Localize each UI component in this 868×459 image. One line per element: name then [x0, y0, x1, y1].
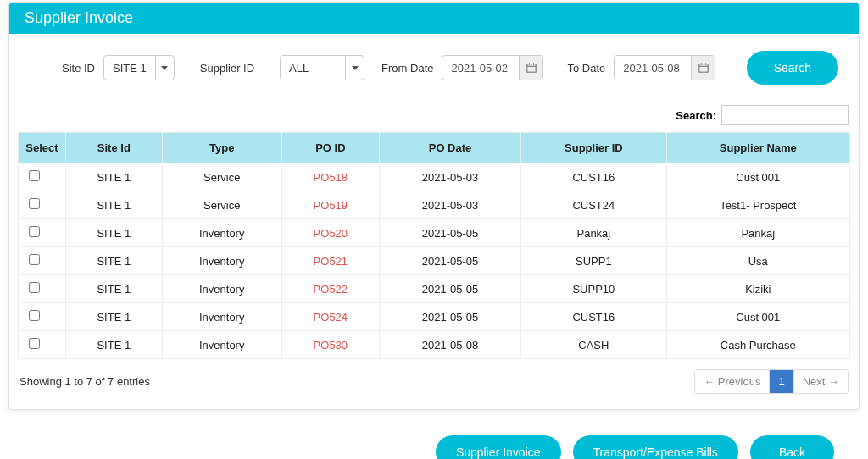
site-id-label: Site ID [62, 62, 95, 75]
chevron-down-icon[interactable] [345, 56, 364, 80]
cell-po-date: 2021-05-03 [379, 191, 520, 219]
cell-supplier-id: SUPP10 [521, 275, 666, 303]
row-select-checkbox[interactable] [29, 310, 40, 321]
cell-site-id: SITE 1 [66, 303, 163, 331]
cell-site-id: SITE 1 [66, 275, 163, 303]
table-search-row: Search: [9, 97, 859, 132]
cell-type: Inventory [162, 275, 281, 303]
cell-site-id: SITE 1 [66, 191, 163, 219]
cell-supplier-name: Cust 001 [666, 163, 849, 191]
cell-type: Inventory [162, 247, 281, 275]
cell-po-id[interactable]: PO530 [281, 331, 379, 359]
row-select-checkbox[interactable] [29, 282, 40, 293]
cell-po-date: 2021-05-05 [379, 219, 520, 247]
table-search-input[interactable] [721, 105, 849, 125]
cell-site-id: SITE 1 [66, 219, 163, 247]
svg-rect-4 [699, 64, 708, 72]
cell-supplier-name: Cust 001 [666, 303, 849, 331]
cell-po-date: 2021-05-05 [379, 303, 520, 331]
col-po-id[interactable]: PO ID [281, 133, 379, 163]
cell-po-id[interactable]: PO524 [281, 303, 379, 331]
calendar-icon[interactable] [519, 56, 542, 80]
supplier-invoice-panel: Supplier Invoice Site ID SITE 1 Supplier… [8, 2, 860, 410]
col-supplier-id[interactable]: Supplier ID [521, 133, 666, 163]
row-select-checkbox[interactable] [29, 170, 40, 181]
filter-bar: Site ID SITE 1 Supplier ID ALL From Date… [9, 34, 859, 97]
cell-po-id[interactable]: PO520 [281, 219, 379, 247]
cell-supplier-name: Kiziki [666, 275, 849, 303]
cell-po-id[interactable]: PO522 [281, 275, 379, 303]
cell-po-id[interactable]: PO521 [281, 247, 379, 275]
invoice-table: Select Site Id Type PO ID PO Date Suppli… [18, 132, 850, 359]
supplier-id-label: Supplier ID [200, 62, 254, 75]
cell-po-date: 2021-05-05 [379, 275, 520, 303]
table-info: Showing 1 to 7 of 7 entries [19, 375, 150, 388]
cell-supplier-name: Test1- Prospect [666, 191, 849, 219]
col-type[interactable]: Type [162, 133, 281, 163]
cell-type: Inventory [162, 303, 281, 331]
cell-supplier-id: Pankaj [521, 219, 666, 247]
table-row: SITE 1ServicePO5192021-05-03CUST24Test1-… [19, 191, 850, 219]
to-date-label: To Date [567, 62, 605, 75]
cell-supplier-id: CUST16 [521, 163, 666, 191]
pager-previous[interactable]: ← Previous [695, 370, 770, 393]
cell-po-id[interactable]: PO519 [281, 191, 379, 219]
cell-supplier-id: CASH [521, 331, 666, 359]
cell-po-date: 2021-05-03 [379, 163, 520, 191]
back-button[interactable]: Back [750, 435, 834, 459]
cell-supplier-id: CUST16 [521, 303, 666, 331]
page-title: Supplier Invoice [9, 3, 859, 34]
from-date-value: 2021-05-02 [442, 62, 519, 75]
row-select-checkbox[interactable] [29, 254, 40, 265]
pager: ← Previous 1 Next → [694, 369, 849, 394]
table-row: SITE 1InventoryPO5302021-05-08CASHCash P… [19, 331, 850, 359]
supplier-id-value: ALL [281, 62, 345, 75]
cell-supplier-name: Pankaj [666, 219, 849, 247]
cell-site-id: SITE 1 [66, 247, 163, 275]
cell-site-id: SITE 1 [66, 331, 163, 359]
table-row: SITE 1InventoryPO5242021-05-05CUST16Cust… [19, 303, 850, 331]
cell-po-id[interactable]: PO518 [281, 163, 379, 191]
chevron-down-icon[interactable] [155, 56, 174, 80]
row-select-checkbox[interactable] [29, 226, 40, 237]
cell-type: Service [162, 191, 281, 219]
calendar-icon[interactable] [691, 56, 715, 80]
transport-expense-button[interactable]: Transport/Expense Bills [573, 435, 738, 459]
col-select[interactable]: Select [19, 133, 66, 163]
from-date-label: From Date [381, 62, 433, 75]
cell-supplier-name: Usa [666, 247, 849, 275]
to-date-input[interactable]: 2021-05-08 [614, 55, 715, 80]
table-row: SITE 1InventoryPO5212021-05-05SUPP1Usa [19, 247, 850, 275]
pager-next[interactable]: Next → [794, 370, 848, 393]
site-id-value: SITE 1 [104, 62, 155, 75]
cell-po-date: 2021-05-08 [379, 331, 520, 359]
col-po-date[interactable]: PO Date [379, 133, 520, 163]
row-select-checkbox[interactable] [29, 198, 40, 209]
cell-site-id: SITE 1 [66, 163, 163, 191]
bottom-action-bar: Supplier Invoice Transport/Expense Bills… [0, 418, 868, 459]
cell-po-date: 2021-05-05 [379, 247, 520, 275]
col-supplier-name[interactable]: Supplier Name [666, 133, 849, 163]
cell-supplier-id: CUST24 [521, 191, 666, 219]
table-row: SITE 1InventoryPO5222021-05-05SUPP10Kizi… [19, 275, 850, 303]
supplier-id-select[interactable]: ALL [280, 55, 364, 80]
cell-type: Inventory [162, 331, 281, 359]
row-select-checkbox[interactable] [29, 338, 40, 349]
cell-supplier-name: Cash Purchase [666, 331, 849, 359]
cell-supplier-id: SUPP1 [521, 247, 666, 275]
from-date-input[interactable]: 2021-05-02 [442, 55, 543, 80]
supplier-invoice-button[interactable]: Supplier Invoice [436, 435, 561, 459]
cell-type: Service [162, 163, 281, 191]
to-date-value: 2021-05-08 [615, 62, 691, 75]
search-button[interactable]: Search [747, 51, 838, 85]
pager-page-1[interactable]: 1 [770, 370, 793, 393]
table-row: SITE 1InventoryPO5202021-05-05PankajPank… [19, 219, 850, 247]
table-row: SITE 1ServicePO5182021-05-03CUST16Cust 0… [19, 163, 850, 191]
site-id-select[interactable]: SITE 1 [103, 55, 175, 80]
svg-rect-0 [527, 64, 536, 72]
table-footer: Showing 1 to 7 of 7 entries ← Previous 1… [9, 359, 859, 409]
table-search-label: Search: [676, 109, 716, 122]
col-site-id[interactable]: Site Id [66, 133, 163, 163]
cell-type: Inventory [162, 219, 281, 247]
